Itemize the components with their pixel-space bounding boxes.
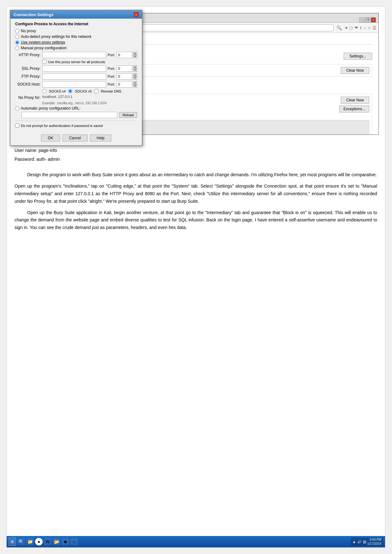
taskbar: ⊞ 🔍 📁 ● W 📂 ■ ○ ▲ 🔊 ▨ 3:43 PM 1/17/2019 [7,536,385,547]
ftp-port-spinner[interactable]: ▲ ▼ [133,73,137,80]
clock-time: 3:43 PM [367,538,382,542]
auto-proxy-input[interactable] [21,112,117,118]
profile-icon[interactable]: ☺ [367,26,371,30]
connection-settings-dialog: Connection Settings × Configure Proxies … [10,10,142,146]
browser-window: 🔒 Hack Website Password L... × + – ❐ × ←… [13,13,379,135]
auto-proxy-url-row: Automatic proxy configuration URL: [15,106,137,111]
paragraph-1: Design the program to work with Burp Sui… [15,171,377,179]
radio-manual-row: Manual proxy configuration: [15,46,137,50]
close-button[interactable]: × [371,17,376,22]
cancel-button[interactable]: Cancel [63,135,87,142]
taskbar-word-icon[interactable]: W [44,538,51,545]
refresh-icon[interactable]: ▢ [349,26,353,30]
socks-port-up[interactable]: ▲ [133,81,137,84]
http-port-input[interactable] [117,52,132,58]
dialog-titlebar: Connection Settings × [10,10,142,19]
socks-v5-radio[interactable] [68,89,72,93]
auto-url-radio[interactable] [15,106,19,111]
socks-port-label: Port: [108,82,115,86]
socks-host-label: SOCKS Host: [15,82,40,87]
pocket-icon[interactable]: ❤ [355,26,358,30]
text-line-2: User name: page-info [15,147,377,154]
ok-button[interactable]: OK [41,135,60,142]
star-icon[interactable]: ★ [345,26,348,30]
search-icon[interactable]: 🔍 [335,25,343,31]
taskbar-icons: 🔍 📁 ● W 📂 ■ ○ [17,538,78,545]
ftp-port-down[interactable]: ▼ [133,76,137,80]
start-button[interactable]: ⊞ [9,538,16,546]
manual-radio[interactable] [15,46,19,50]
paragraph-3: Open up the Burp Suite application in Ka… [15,209,377,232]
no-proxy-radio[interactable] [15,29,19,33]
no-proxy-for-row: No Proxy for: localhost, 127.0.0.1 [15,95,137,100]
reload-button[interactable]: Reload [119,112,137,118]
home-icon[interactable]: ⌂ [364,26,366,30]
dialog-footer: OK Cancel Help [10,132,142,145]
tray-battery-icon: ▨ [363,540,366,544]
socks-port-input[interactable] [117,81,132,87]
clear-now-button-1[interactable]: Clear Now [341,67,369,74]
text-line-3: Password: auth- admin [15,156,377,163]
ftp-proxy-input[interactable] [42,73,106,80]
taskbar-firefox-icon[interactable]: ○ [70,538,78,545]
tray-network-icon: ▲ [353,540,356,544]
ssl-port-spinner[interactable]: ▲ ▼ [133,65,137,72]
no-proxy-value: localhost, 127.0.0.1 [42,95,137,99]
socks-v4-radio[interactable] [42,89,46,93]
no-proxy-for-label: No Proxy for: [15,95,40,100]
use-for-all-label: Use this proxy server for all protocols [48,60,105,64]
ssl-port-up[interactable]: ▲ [133,65,137,69]
main-container: 🔒 Hack Website Password L... × + – ❐ × ←… [6,6,385,548]
restore-button[interactable]: ❐ [365,17,370,22]
help-button[interactable]: Help [90,135,111,142]
radio-system-row: Use system proxy settings [15,40,137,45]
use-for-all-checkbox[interactable] [42,60,46,64]
socks-port-spinner[interactable]: ▲ ▼ [133,81,137,87]
no-proxy-label-text: No proxy [21,29,36,33]
clear-now-button-2[interactable]: Clear Now [341,97,369,104]
start-icon: ⊞ [11,539,14,544]
ssl-port-down[interactable]: ▼ [133,69,137,72]
menu-icon[interactable]: ☰ [372,25,377,30]
download-icon[interactable]: ⇓ [359,26,362,30]
exceptions-button[interactable]: Exceptions... [339,105,369,112]
ssl-proxy-input[interactable] [42,65,106,72]
taskbar-chrome-icon[interactable]: ● [35,538,43,545]
auth-save-label: Do not prompt for authentication if pass… [21,124,103,128]
http-port-up[interactable]: ▲ [133,52,137,55]
socks-version-row: SOCKS v4 SOCKS v5 Remote DNS [42,89,137,93]
settings-button[interactable]: Settings... [344,53,372,60]
http-proxy-input[interactable] [42,52,106,58]
dialog-title: Connection Settings [14,12,53,17]
taskbar-search-icon[interactable]: 🔍 [17,538,25,545]
remote-dns-checkbox[interactable] [94,89,98,93]
system-clock: 3:43 PM 1/17/2019 [367,538,382,546]
clock-date: 1/17/2019 [367,542,382,546]
http-proxy-label: HTTP Proxy: [15,53,40,57]
paragraph-2: Open up the program's "Inclinations," ta… [15,183,377,205]
use-for-all-row: Use this proxy server for all protocols [42,60,137,64]
minimize-button[interactable]: – [359,17,365,22]
ftp-port-input[interactable] [117,73,132,80]
auth-row: Do not prompt for authentication if pass… [15,123,137,128]
dialog-close-button[interactable]: × [134,12,139,17]
system-tray: ▲ 🔊 ▨ 3:43 PM 1/17/2019 [351,538,383,546]
ftp-port-up[interactable]: ▲ [133,73,137,76]
socks-host-input[interactable] [42,81,106,87]
radio-auto-detect-row: Auto-detect proxy settings for this netw… [15,34,137,39]
auto-detect-radio[interactable] [15,35,19,39]
taskbar-cmd-icon[interactable]: ■ [62,538,69,545]
radio-no-proxy-row: No proxy [15,29,137,33]
http-port-down[interactable]: ▼ [133,55,137,58]
http-port-spinner[interactable]: ▲ ▼ [133,52,137,58]
taskbar-folder-icon[interactable]: 📂 [53,538,60,545]
dialog-section-title: Configure Proxies to Access the Internet [15,22,137,26]
use-system-label: Use system proxy settings [21,40,65,45]
ssl-port-label: Port: [108,67,115,70]
taskbar-explorer-icon[interactable]: 📁 [26,538,34,545]
ssl-port-input[interactable] [117,65,132,72]
use-system-radio[interactable] [15,40,19,45]
ssl-proxy-row: SSL Proxy: Port: ▲ ▼ [15,65,137,72]
socks-port-down[interactable]: ▼ [133,84,137,87]
auth-save-checkbox[interactable] [15,123,19,128]
